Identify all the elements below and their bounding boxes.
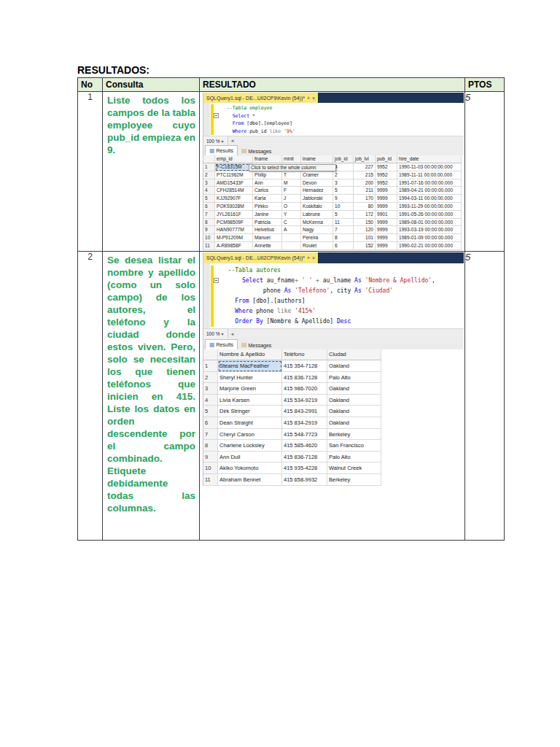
grid-cell[interactable]: Roulet	[301, 242, 333, 250]
grid-cell[interactable]: Oakland	[327, 417, 381, 429]
grid-row-number[interactable]: 8	[203, 440, 218, 452]
grid-row-number[interactable]: 3	[203, 179, 215, 187]
grid-cell[interactable]: Charlene Locksley	[218, 440, 282, 452]
grid-row-number[interactable]: 6	[203, 203, 215, 211]
grid-cell[interactable]: Ann Dull	[218, 452, 282, 463]
grid-cell[interactable]: AMD15433F	[215, 179, 253, 187]
grid-cell[interactable]: Walnut Creek	[327, 462, 381, 474]
grid-cell[interactable]: 152	[354, 242, 376, 250]
grid-cell[interactable]: Berkeley	[327, 429, 381, 441]
zoom-level[interactable]: 100 %	[206, 331, 219, 336]
grid-cell[interactable]: Oakland	[327, 406, 381, 417]
grid-cell[interactable]: 9952	[376, 179, 397, 187]
grid-cell[interactable]: Koskitalo	[301, 203, 333, 211]
grid-cell[interactable]: 215	[354, 171, 376, 179]
sql-code-editor[interactable]: --Tabla autores Select au_fname+ ' ' + a…	[203, 263, 464, 328]
grid-cell[interactable]: HAN90777M	[215, 226, 253, 234]
grid-cell[interactable]: 7	[333, 226, 354, 234]
grid-cell[interactable]: 9999	[376, 195, 397, 203]
grid-cell[interactable]: 4	[333, 163, 354, 171]
grid-cell[interactable]: Janine	[253, 211, 282, 219]
grid-cell[interactable]: O	[282, 203, 301, 211]
grid-cell[interactable]: Livia Karsen	[218, 395, 282, 406]
grid-row-number[interactable]: 8	[203, 219, 215, 227]
grid-cell[interactable]: 211	[354, 187, 376, 195]
grid-cell[interactable]: 1989-01-09 00:00:00.000	[397, 234, 462, 242]
grid-cell[interactable]: 5	[333, 211, 354, 219]
grid-row-number[interactable]: 2	[203, 171, 215, 179]
grid-cell[interactable]: A-R89858F	[215, 242, 253, 250]
grid-cell[interactable]: 150	[354, 219, 376, 227]
pin-icon[interactable]: +	[307, 255, 310, 260]
grid-cell[interactable]: 415 834-2919	[282, 417, 327, 429]
grid-cell[interactable]: McKenna	[301, 219, 333, 227]
grid-cell[interactable]: F-C16315M	[215, 163, 253, 171]
grid-cell[interactable]: 9999	[376, 219, 397, 227]
grid-cell[interactable]: Berkeley	[327, 474, 381, 486]
grid-cell[interactable]: Labrune	[301, 211, 333, 219]
grid-cell[interactable]: 101	[354, 234, 376, 242]
grid-cell[interactable]: A	[282, 226, 301, 234]
grid-cell[interactable]: 5	[333, 187, 354, 195]
grid-cell[interactable]: 10	[333, 203, 354, 211]
grid-corner[interactable]	[203, 155, 215, 163]
grid-row-number[interactable]: 5	[203, 195, 215, 203]
grid-cell[interactable]: M	[282, 179, 301, 187]
grid-cell[interactable]: Karla	[253, 195, 282, 203]
pin-icon[interactable]: +	[307, 96, 310, 101]
grid-row-number[interactable]: 1	[203, 163, 215, 171]
sql-query-tab[interactable]: SQLQuery1.sql - DE...UII2CP9\Kevin (54))…	[203, 252, 318, 263]
grid-row-number[interactable]: 4	[203, 187, 215, 195]
grid-cell[interactable]: Ann	[253, 179, 282, 187]
collapse-region-icon[interactable]	[214, 113, 219, 118]
grid-cell[interactable]: 3	[333, 179, 354, 187]
tab-messages[interactable]: ▤ Messages	[238, 341, 275, 349]
grid-cell[interactable]: 1993-11-29 00:00:00.000	[397, 203, 462, 211]
grid-cell[interactable]: 415 986-7020	[282, 383, 327, 395]
grid-cell[interactable]: 80	[354, 203, 376, 211]
zoom-level[interactable]: 100 %	[206, 139, 219, 144]
grid-cell[interactable]: San Francisco	[327, 440, 381, 452]
grid-cell[interactable]: 1991-07-16 00:00:00.000	[397, 179, 462, 187]
grid-cell[interactable]: CFH28514M	[215, 187, 253, 195]
grid-row-number[interactable]: 10	[203, 462, 218, 474]
grid-column-header[interactable]: minit	[282, 155, 301, 163]
grid-cell[interactable]: 415 548-7723	[282, 429, 327, 441]
grid-row-number[interactable]: 6	[203, 417, 218, 429]
grid-cell[interactable]: 9999	[376, 187, 397, 195]
grid-cell[interactable]: Annette	[253, 242, 282, 250]
grid-cell[interactable]: Devon	[301, 179, 333, 187]
grid-cell[interactable]: 9999	[376, 226, 397, 234]
grid-cell[interactable]: 172	[354, 211, 376, 219]
grid-cell[interactable]: Marjorie Green	[218, 383, 282, 395]
grid-cell[interactable]	[282, 234, 301, 242]
grid-cell[interactable]: KJJ92907F	[215, 195, 253, 203]
tab-results[interactable]: ▦ Results	[205, 339, 238, 349]
grid-cell[interactable]: 8	[333, 234, 354, 242]
grid-cell[interactable]: 415 658-9932	[282, 474, 327, 486]
grid-column-header[interactable]: emp_id	[215, 155, 253, 163]
sql-code-editor[interactable]: --Tabla employee Select * From [dbo].[em…	[203, 103, 464, 136]
grid-cell[interactable]: 1991-05-26 00:00:00.000	[397, 211, 462, 219]
grid-cell[interactable]: Cramer	[301, 171, 333, 179]
grid-cell[interactable]: 1994-03-11 00:00:00.000	[397, 195, 462, 203]
grid-cell[interactable]: Pirkko	[253, 203, 282, 211]
close-icon[interactable]: ×	[312, 96, 315, 101]
grid-cell[interactable]: 9952	[376, 163, 397, 171]
horizontal-scrollbar[interactable]: ◄	[228, 136, 464, 145]
grid-cell[interactable]: 9	[333, 195, 354, 203]
grid-cell[interactable]: J	[282, 195, 301, 203]
grid-row-number[interactable]: 9	[203, 226, 215, 234]
grid-corner[interactable]	[203, 349, 218, 360]
grid-cell[interactable]: Akiko Yokomoto	[218, 462, 282, 474]
grid-column-header[interactable]: lname	[301, 155, 333, 163]
grid-cell[interactable]: Helvetius	[253, 226, 282, 234]
grid-row-number[interactable]: 9	[203, 452, 218, 463]
grid-cell[interactable]: 415 836-7128	[282, 372, 327, 384]
grid-cell[interactable]: Oakland	[327, 360, 381, 372]
grid-cell[interactable]: Palo Alto	[327, 452, 381, 463]
grid-cell[interactable]: 415 836-7128	[282, 452, 327, 463]
grid-cell[interactable]: Dirk Stringer	[218, 406, 282, 417]
grid-column-header[interactable]: hire_date	[397, 155, 462, 163]
grid-cell[interactable]: 9999	[376, 203, 397, 211]
